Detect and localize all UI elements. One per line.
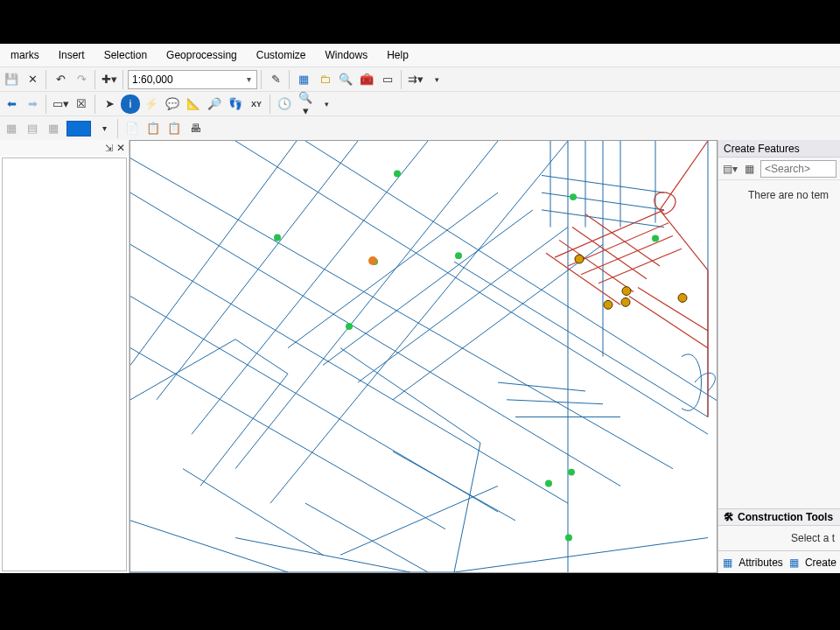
forward-button[interactable]: ➡	[23, 94, 42, 114]
dropdown-button[interactable]: ▾	[94, 119, 114, 138]
separator	[289, 70, 290, 89]
svg-point-14	[621, 298, 630, 306]
create-features-footer: ▦ Attributes ▦ Create	[718, 550, 840, 573]
scale-combo[interactable]: ▾	[128, 70, 257, 89]
redo-button[interactable]: ↷	[72, 70, 91, 89]
svg-point-2	[455, 252, 462, 259]
content-row: ⇲ ✕ Create Features ▤▾ ▦ There are no te…	[0, 140, 840, 573]
save-button[interactable]: 💾	[2, 70, 21, 89]
scale-input[interactable]	[129, 71, 241, 88]
separator	[122, 70, 124, 89]
catalog-button[interactable]: 🗀	[315, 70, 334, 89]
construction-tools-icon: 🛠	[724, 511, 734, 523]
back-button[interactable]: ⬅	[2, 94, 21, 114]
svg-point-16	[368, 256, 377, 265]
grid-button[interactable]: ▦	[44, 119, 63, 138]
svg-point-6	[545, 480, 552, 486]
clear-selection-button[interactable]: ☒	[72, 94, 91, 114]
python-window-button[interactable]: ▭	[378, 70, 397, 89]
pin-icon[interactable]: ⇲	[105, 143, 113, 154]
construction-tools-body: Select a t	[718, 526, 840, 550]
separator	[94, 70, 96, 89]
chevron-down-icon[interactable]: ▾	[241, 71, 256, 88]
svg-point-11	[575, 255, 584, 263]
select-features-button[interactable]: ▭▾	[51, 94, 70, 114]
editor-toolbar-button[interactable]: ✎	[266, 70, 285, 89]
attributes-button[interactable]: Attributes	[738, 556, 783, 569]
find-button[interactable]: 🔎	[205, 94, 224, 114]
no-templates-text: There are no tem	[748, 189, 836, 201]
separator	[94, 94, 96, 114]
menu-selection[interactable]: Selection	[95, 46, 156, 65]
undo-button[interactable]: ↶	[51, 70, 70, 89]
search-window-button[interactable]: 🔍	[336, 70, 355, 89]
go-to-xy-button[interactable]: XY	[247, 94, 266, 114]
separator	[270, 94, 271, 114]
menu-help[interactable]: Help	[378, 46, 417, 65]
viewer-window-button[interactable]: 🔍▾	[296, 94, 315, 114]
toc-panel: ⇲ ✕	[0, 140, 130, 573]
time-slider-button[interactable]: 🕓	[275, 94, 294, 114]
measure-button[interactable]: 📐	[184, 94, 203, 114]
create-features-search-row: ▤▾ ▦	[718, 158, 840, 180]
svg-point-15	[678, 294, 687, 303]
create-icon[interactable]: ▦	[788, 555, 800, 570]
delete-button[interactable]: ✕	[23, 70, 42, 89]
svg-point-1	[274, 234, 281, 241]
toc-header: ⇲ ✕	[0, 140, 129, 156]
attributes-icon[interactable]: ▦	[722, 555, 733, 570]
create-features-body: There are no tem	[718, 180, 840, 508]
menu-windows[interactable]: Windows	[316, 46, 376, 65]
copy-button[interactable]: 📄	[122, 119, 142, 138]
table-of-contents-button[interactable]: ▦	[294, 70, 313, 89]
export-button[interactable]: 🖶	[186, 119, 205, 138]
svg-point-4	[346, 323, 353, 330]
close-icon[interactable]: ✕	[116, 142, 125, 154]
construction-tools-hint: Select a t	[791, 532, 835, 544]
toolbar-options-button-2[interactable]: ▾	[317, 94, 336, 114]
separator	[401, 70, 402, 89]
standard-toolbar: 💾 ✕ ↶ ↷ ✚▾ ▾ ✎ ▦ 🗀 🔍 🧰 ▭ ⇉▾ ▾	[0, 66, 840, 91]
svg-point-8	[565, 535, 572, 542]
menu-geoprocessing[interactable]: Geoprocessing	[158, 46, 246, 65]
filter-icon[interactable]: ▤▾	[722, 161, 738, 177]
paste-button[interactable]: 📋	[144, 119, 163, 138]
menu-bar: marks Insert Selection Geoprocessing Cus…	[0, 44, 840, 66]
svg-point-13	[622, 287, 631, 296]
search-input[interactable]	[760, 160, 836, 178]
active-tool-chip[interactable]	[66, 121, 91, 136]
data-view-button[interactable]: ▤	[23, 119, 42, 138]
map-view[interactable]	[130, 140, 718, 573]
toolbar-options-button[interactable]: ▾	[427, 70, 446, 89]
arc-toolbox-button[interactable]: 🧰	[357, 70, 376, 89]
create-features-title: Create Features	[718, 140, 840, 158]
svg-point-10	[652, 234, 659, 242]
layout-button[interactable]: ▦	[2, 119, 21, 138]
group-icon[interactable]: ▦	[741, 161, 757, 177]
hyperlink-button[interactable]: ⚡	[142, 94, 161, 114]
separator	[46, 70, 47, 89]
menu-customize[interactable]: Customize	[248, 46, 315, 65]
editor-toolbar: ▦ ▤ ▦ ▾ 📄 📋 📋 🖶	[0, 116, 840, 140]
pointer-button[interactable]: ➤	[100, 94, 119, 114]
tools-toolbar: ⬅ ➡ ▭▾ ☒ ➤ i ⚡ 💬 📐 🔎 👣 XY 🕓 🔍▾ ▾	[0, 91, 840, 116]
create-button[interactable]: Create	[805, 556, 836, 569]
construction-tools-label: Construction Tools	[738, 511, 833, 523]
add-data-button[interactable]: ✚▾	[100, 70, 119, 89]
separator	[46, 94, 47, 114]
create-features-panel: Create Features ▤▾ ▦ There are no tem 🛠 …	[718, 140, 840, 573]
html-popup-button[interactable]: 💬	[163, 94, 182, 114]
toc-body[interactable]	[2, 158, 127, 571]
menu-bookmarks[interactable]: marks	[2, 46, 48, 65]
separator	[261, 70, 262, 89]
construction-tools-title: 🛠 Construction Tools	[718, 508, 840, 526]
menu-insert[interactable]: Insert	[50, 46, 94, 65]
model-builder-button[interactable]: ⇉▾	[406, 70, 425, 89]
svg-point-12	[604, 300, 612, 309]
find-route-button[interactable]: 👣	[226, 94, 245, 114]
report-button[interactable]: 📋	[164, 119, 184, 138]
map-canvas[interactable]	[130, 141, 717, 572]
identify-button[interactable]: i	[121, 94, 140, 114]
svg-point-5	[568, 469, 575, 476]
separator	[117, 119, 119, 138]
